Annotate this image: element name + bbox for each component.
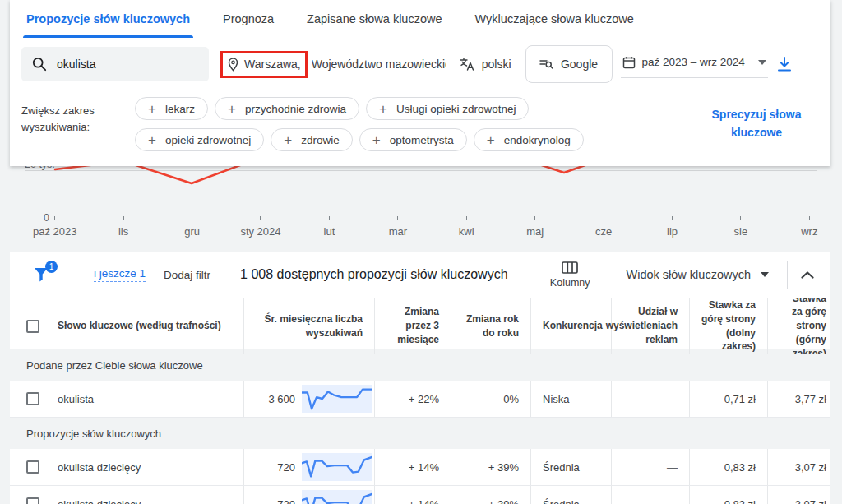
network-selector[interactable]: Google — [525, 45, 613, 83]
tab-saved-keywords[interactable]: Zapisane słowa kluczowe — [307, 0, 442, 38]
tab-forecast[interactable]: Prognoza — [223, 0, 274, 38]
plus-icon — [228, 102, 236, 116]
avg-searches-value: 3 600 — [268, 393, 295, 405]
header-bid-low[interactable]: Stawka za górę strony (dolny zakres) — [689, 298, 767, 354]
header-change-3m[interactable]: Zmiana przez 3 miesiące — [374, 298, 451, 354]
keyword-cell: okulista — [58, 393, 94, 405]
trend-line — [0, 166, 842, 252]
select-checkbox[interactable] — [26, 392, 39, 405]
download-icon[interactable] — [775, 56, 793, 72]
chip-opieki-zdrowotnej[interactable]: opieki zdrowotnej — [135, 128, 264, 151]
competition-value: Niska — [530, 381, 611, 417]
location-selector[interactable]: Warszawa, Województwo mazowieckie, Pol..… — [220, 51, 446, 78]
results-card: 1 i jeszcze 1 Dodaj filtr 1 008 dostępny… — [10, 252, 830, 504]
table-row: okulista 3 600 + 22% 0% Niska — 0,71 zł … — [10, 381, 830, 418]
header-keyword[interactable]: Słowo kluczowe (według trafności) — [58, 319, 221, 333]
tab-negative-keywords[interactable]: Wykluczające słowa kluczowe — [475, 0, 634, 38]
ad-share-value: — — [611, 381, 689, 417]
header-ad-share[interactable]: Udział w wyświetleniach reklam — [611, 298, 689, 354]
competition-value: Średnia — [530, 486, 611, 504]
change-yoy-value: + 39% — [451, 449, 530, 485]
select-checkbox[interactable] — [26, 497, 39, 504]
change-3m-value: + 14% — [374, 449, 451, 485]
table-row: okulista dziecięcy 720 + 14% + 39% Średn… — [10, 449, 830, 486]
x-axis-labels: paź 2023 lis gru sty 2024 lut mar kwi ma… — [21, 216, 842, 238]
change-yoy-value: + 39% — [451, 486, 530, 504]
header-competition[interactable]: Konkurencja — [530, 298, 611, 354]
x-tick-label: lut — [295, 216, 363, 238]
plus-icon — [148, 133, 156, 147]
plus-icon — [487, 133, 495, 147]
select-checkbox[interactable] — [26, 460, 39, 474]
header-card: Propozycje słów kluczowych Prognoza Zapi… — [10, 0, 830, 166]
results-count: 1 008 dostępnych propozycji słów kluczow… — [240, 267, 508, 282]
date-range-main[interactable]: paź 2023 – wrz 2024 — [621, 51, 768, 78]
location-pin-icon — [228, 58, 238, 72]
chevron-down-icon[interactable] — [758, 60, 766, 65]
bid-high-value: 3,07 zł — [767, 486, 830, 504]
sparkline-chart — [302, 490, 372, 504]
avg-searches-value: 720 — [277, 498, 295, 504]
columns-button[interactable]: Kolumny — [550, 261, 590, 289]
refine-keywords-link[interactable]: Sprecyzuj słowa kluczowe — [694, 106, 819, 141]
x-tick-label: sty 2024 — [226, 216, 294, 238]
bid-low-value: 0,83 zł — [689, 449, 767, 485]
date-range-selector[interactable]: paź 2023 – wrz 2024 — [621, 51, 793, 78]
chip-optometrysta[interactable]: optometrysta — [359, 128, 467, 151]
search-icon — [32, 57, 47, 72]
header-avg-searches[interactable]: Śr. miesięczna liczba wyszukiwań — [243, 298, 374, 354]
chip-endokrynolog[interactable]: endokrynolog — [474, 128, 584, 151]
x-tick-label: gru — [158, 216, 226, 238]
x-tick-label: lis — [89, 216, 157, 238]
more-filters-link[interactable]: i jeszcze 1 — [94, 267, 146, 282]
tab-keyword-ideas[interactable]: Propozycje słów kluczowych — [26, 0, 190, 38]
section-title-keyword-ideas: Propozycje słów kluczowych — [10, 418, 830, 449]
plus-icon — [372, 133, 381, 147]
collapse-chevron-icon[interactable] — [801, 271, 814, 279]
language-selector[interactable]: polski — [460, 58, 511, 71]
tab-bar: Propozycje słów kluczowych Prognoza Zapi… — [10, 0, 830, 38]
chip-lekarz[interactable]: lekarz — [135, 97, 208, 120]
select-all-checkbox[interactable] — [26, 320, 39, 333]
search-input[interactable] — [57, 58, 188, 71]
chip-przychodnie-zdrowia[interactable]: przychodnie zdrowia — [215, 97, 359, 120]
view-selector-label: Widok słów kluczowych — [627, 268, 752, 281]
language-label: polski — [482, 58, 511, 71]
suggestion-chips: lekarz przychodnie zdrowia Usługi opieki… — [135, 97, 630, 151]
plus-icon — [379, 102, 387, 116]
calendar-icon — [622, 56, 636, 69]
bid-high-value: 3,77 zł — [767, 381, 830, 417]
chip-uslugi-opieki-zdrowotnej[interactable]: Usługi opieki zdrowotnej — [366, 97, 530, 120]
ad-share-value: — — [611, 449, 689, 485]
view-selector[interactable]: Widok słów kluczowych — [627, 268, 770, 281]
settings-toolbar: Warszawa, Województwo mazowieckie, Pol..… — [10, 38, 830, 90]
date-range-label: paź 2023 – wrz 2024 — [642, 56, 745, 68]
filter-funnel-icon[interactable]: 1 — [33, 266, 51, 283]
change-3m-value: + 14% — [374, 486, 451, 504]
x-tick-label: wrz — [775, 216, 842, 238]
change-3m-value: + 22% — [374, 381, 451, 417]
sparkline-chart — [302, 385, 372, 413]
sparkline-chart — [302, 453, 372, 481]
broaden-search-section: Zwiększ zakres wyszukiwania: lekarz przy… — [10, 90, 830, 166]
bid-low-value: 0,71 zł — [689, 381, 767, 417]
keyword-cell: okulista dziecięcy — [58, 461, 141, 474]
x-tick-label: mar — [363, 216, 432, 238]
chip-zdrowie[interactable]: zdrowie — [271, 128, 352, 151]
change-yoy-value: 0% — [451, 381, 530, 417]
keyword-search-box[interactable] — [21, 47, 209, 81]
table-row: okulista dzieciecy 720 + 14% + 39% Średn… — [10, 486, 830, 504]
location-secondary: Województwo mazowieckie, Pol... — [312, 58, 446, 71]
ad-share-value: — — [611, 486, 689, 504]
bid-high-value: 3,07 zł — [767, 449, 830, 485]
keyword-cell: okulista dzieciecy — [58, 498, 141, 504]
header-change-yoy[interactable]: Zmiana rok do roku — [451, 298, 530, 354]
chevron-down-icon — [761, 272, 769, 277]
bid-low-value: 0,83 zł — [689, 486, 767, 504]
network-icon — [539, 58, 553, 70]
add-filter-button[interactable]: Dodaj filtr — [164, 269, 210, 281]
x-tick-label: lip — [638, 216, 706, 238]
header-bid-high[interactable]: Stawka za górę strony (górny zakres) — [767, 298, 830, 354]
competition-value: Średnia — [530, 449, 611, 485]
section-title-your-keywords: Podane przez Ciebie słowa kluczowe — [10, 349, 830, 381]
